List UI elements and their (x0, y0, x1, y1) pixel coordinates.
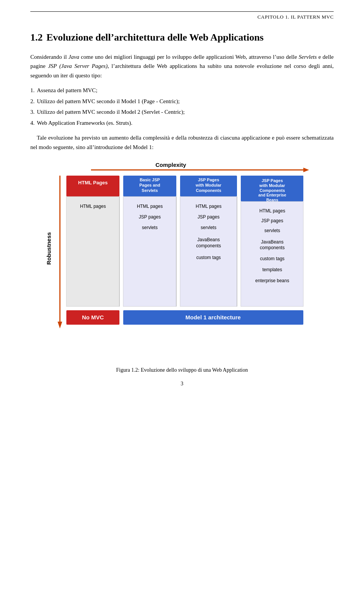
svg-text:JavaBeans: JavaBeans (197, 237, 220, 242)
section-number: 1.2 (30, 32, 43, 43)
svg-text:custom tags: custom tags (196, 255, 221, 260)
svg-text:HTML pages: HTML pages (137, 204, 163, 209)
figure-caption-text: Figura 1.2: Evoluzione dello sviluppo di… (116, 367, 248, 373)
page-number: 3 (30, 381, 334, 387)
section-title-text: Evoluzione dell’architettura delle Web A… (47, 32, 264, 43)
svg-text:Basic JSP: Basic JSP (140, 178, 160, 182)
svg-text:and Enterprise: and Enterprise (258, 193, 286, 197)
svg-text:HTML pages: HTML pages (196, 204, 221, 209)
paragraph-2: Tale evoluzione ha previsto un aumento d… (30, 133, 334, 152)
svg-rect-42 (241, 201, 303, 306)
svg-text:components: components (260, 245, 284, 250)
page: CAPITOLO 1. IL PATTERN MVC 1.2Evoluzione… (0, 0, 364, 597)
section-title: 1.2Evoluzione dell’architettura delle We… (30, 31, 334, 44)
svg-text:JSP pages: JSP pages (261, 218, 283, 223)
svg-text:custom tags: custom tags (260, 256, 285, 261)
chapter-header-text: CAPITOLO 1. IL PATTERN MVC (257, 14, 334, 20)
diagram: Complexity Robustness HTML Pages HTML pa… (46, 159, 318, 363)
svg-rect-7 (66, 176, 119, 196)
svg-text:servlets: servlets (201, 225, 216, 230)
chapter-header: CAPITOLO 1. IL PATTERN MVC (30, 11, 334, 20)
svg-text:Servlets: Servlets (142, 188, 158, 193)
svg-text:servlets: servlets (142, 225, 157, 230)
svg-text:JSP pages: JSP pages (198, 214, 220, 220)
figure-caption: Figura 1.2: Evoluzione dello sviluppo di… (116, 367, 248, 373)
list-item-1: 1.Assenza del pattern MVC; (30, 86, 334, 95)
svg-text:JavaBeans: JavaBeans (261, 239, 283, 245)
svg-text:components: components (196, 243, 221, 248)
svg-text:Complexity: Complexity (155, 162, 187, 168)
svg-text:JSP Pages: JSP Pages (262, 178, 283, 183)
svg-text:with Modular: with Modular (259, 183, 286, 188)
svg-rect-23 (180, 196, 237, 306)
svg-text:with Modular: with Modular (195, 183, 222, 187)
svg-text:No MVC: No MVC (82, 314, 104, 320)
svg-rect-15 (123, 196, 176, 306)
svg-text:HTML pages: HTML pages (259, 208, 285, 214)
svg-text:Model 1 architecture: Model 1 architecture (185, 314, 241, 320)
list-item-2: 2.Utilizzo del pattern MVC secondo il Mo… (30, 97, 334, 106)
diagram-svg: Complexity Robustness HTML Pages HTML pa… (46, 159, 318, 363)
paragraph-1: Considerando il Java come uno dei miglio… (30, 52, 334, 80)
page-number-text: 3 (181, 381, 184, 386)
svg-text:servlets: servlets (264, 228, 280, 233)
svg-text:enterprise beans: enterprise beans (255, 278, 289, 283)
evolution-list: 1.Assenza del pattern MVC; 2.Utilizzo de… (30, 86, 334, 128)
svg-text:Components: Components (196, 188, 221, 193)
svg-text:Pages and: Pages and (139, 183, 160, 187)
svg-rect-9 (66, 196, 119, 306)
svg-text:JSP Pages: JSP Pages (198, 178, 219, 182)
svg-text:HTML pages: HTML pages (80, 204, 106, 209)
svg-text:templates: templates (262, 267, 282, 272)
list-item-3: 3.Utilizzo del pattern MVC secondo il Mo… (30, 107, 334, 117)
svg-text:JSP pages: JSP pages (139, 214, 161, 220)
svg-text:Robustness: Robustness (46, 232, 52, 265)
svg-text:Components: Components (259, 188, 285, 193)
list-item-4: 4.Web Application Frameworks (es. Struts… (30, 118, 334, 128)
svg-text:HTML Pages: HTML Pages (78, 180, 108, 185)
figure-container: Complexity Robustness HTML Pages HTML pa… (30, 159, 334, 373)
